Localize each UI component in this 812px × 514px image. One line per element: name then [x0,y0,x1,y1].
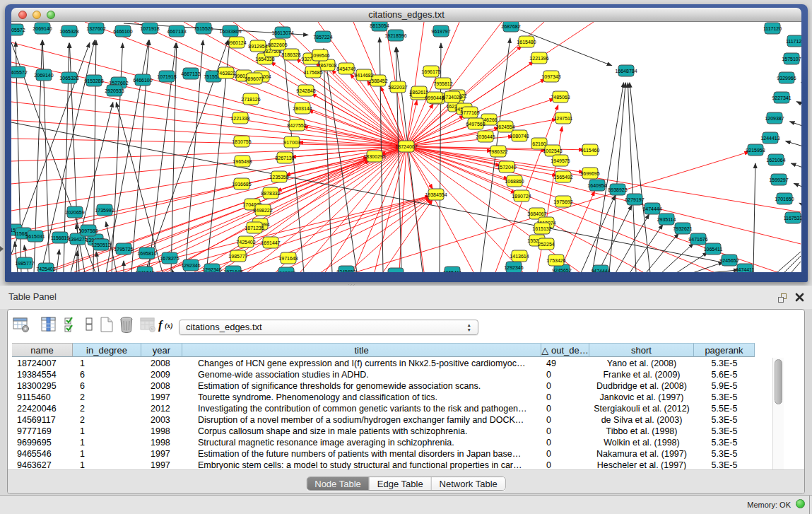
graph-node[interactable]: 1167533 [784,212,801,223]
scrollbar-thumb[interactable] [775,359,782,404]
graph-node[interactable]: 7515526 [194,23,213,34]
graph-node[interactable]: 9619797 [431,25,450,37]
graph-node[interactable]: 2036445 [476,131,495,142]
graph-node[interactable]: 9227341 [772,92,791,103]
graph-node[interactable]: 8427552 [287,119,306,131]
graph-node[interactable]: 917003 [283,136,300,148]
network-canvas[interactable]: 5405572206914010653281327602646610010719… [11,22,801,272]
graph-node[interactable]: 9474444 [591,265,610,272]
graph-node[interactable]: 1735992 [95,204,114,216]
graph-node[interactable]: 8938923 [608,184,627,195]
graph-node[interactable]: 5405572 [11,66,28,78]
graph-node[interactable]: 9960124 [227,37,246,48]
graph-node[interactable]: 6466100 [133,74,152,86]
graph-node[interactable]: 1156819 [51,232,70,243]
column-header-name[interactable]: name [12,343,73,357]
table-selector-combo[interactable]: citations_edges.txt ▲▼ [179,320,478,335]
graph-node[interactable]: 9896077 [245,73,264,84]
graph-node[interactable]: 1971648 [278,252,298,264]
graph-node[interactable]: 1071918 [140,23,159,34]
graph-node[interactable]: 6279197 [625,194,644,205]
graph-node[interactable]: 8878332 [261,187,280,199]
graph-node[interactable]: 9414682 [354,69,373,81]
graph-node[interactable]: 1701650 [775,193,794,204]
collapse-arrow-icon[interactable] [0,246,4,252]
graph-node[interactable]: 1413614 [510,250,529,262]
graph-node[interactable]: 2687682 [501,22,520,32]
graph-node[interactable]: 1572040 [497,161,516,173]
graph-node[interactable]: 9474444 [642,203,661,214]
graph-node[interactable]: 1621064 [766,154,785,165]
tab-node-table[interactable]: Node Table [307,477,370,490]
function-builder-button[interactable]: f (x) [157,315,181,335]
graph-node[interactable]: 1244413 [760,132,779,144]
graph-node[interactable]: 2803144 [293,103,312,114]
graph-node[interactable]: 6497568 [466,118,485,129]
column-header-year[interactable]: year [141,343,182,357]
graph-node[interactable]: 16033809 [219,25,241,37]
close-panel-icon[interactable] [794,292,805,303]
graph-node[interactable]: 1871235 [245,222,264,233]
graph-node[interactable]: 1071918 [157,71,176,82]
graph-node[interactable]: 8454749 [336,63,355,74]
graph-node[interactable]: 1575107 [782,53,801,64]
graph-node[interactable]: 8267130 [275,152,294,163]
graph-node[interactable]: 1691447 [261,237,280,248]
graph-node[interactable]: 8471676 [386,268,405,272]
graph-node[interactable]: 1117120 [786,35,801,47]
graph-node[interactable]: 1097343 [541,71,560,82]
graph-node[interactable]: 9245652 [719,255,739,266]
graph-node[interactable]: 3097588 [78,225,98,236]
column-header-pagerank[interactable]: pagerank [694,343,755,357]
graph-node[interactable]: 18300295 [363,151,385,162]
column-header-short[interactable]: short [589,343,694,357]
graph-node[interactable]: 1592875 [276,267,295,272]
column-header-out_de[interactable]: △ out_de… [541,343,589,357]
graph-node[interactable]: 16648784 [615,65,637,76]
graph-node[interactable]: 1235358 [269,171,288,182]
graph-node[interactable]: 7932621 [673,223,692,234]
rows-button[interactable] [80,315,100,335]
graph-node[interactable]: 1221396 [529,52,548,64]
graph-node[interactable]: 7425402 [236,236,255,247]
graph-node[interactable]: 19384554 [425,189,447,200]
graph-node[interactable]: 9153288 [84,75,103,86]
graph-node[interactable]: 1099546 [310,49,329,61]
graph-node[interactable]: 1890724 [512,190,531,201]
graph-node[interactable]: 7485063 [551,91,570,103]
graph-node[interactable]: 1599297 [769,174,788,185]
graph-node[interactable]: 1292346 [181,259,200,271]
graph-node[interactable]: 8912954 [248,40,267,52]
graph-node[interactable]: 1695810 [137,247,156,259]
column-header-title[interactable]: title [182,343,541,357]
column-header-in_degree[interactable]: in_degree [73,343,141,357]
graph-node[interactable]: 1292346 [202,264,221,272]
graph-node[interactable]: 5822037 [388,81,407,93]
graph-node[interactable]: 1068860 [505,175,524,187]
graph-node[interactable]: 7986322 [488,146,507,157]
graph-node[interactable]: 5615031 [25,230,45,242]
graph-node[interactable]: 5822605 [268,39,287,50]
graph-node[interactable]: 2020659 [65,206,84,218]
network-window-titlebar[interactable]: citations_edges.txt [11,8,801,22]
graph-node[interactable]: 1696175 [421,66,440,77]
graph-node[interactable]: 7955812 [433,78,452,89]
graph-node[interactable]: 9242848 [296,85,315,96]
graph-node[interactable]: 2920533 [105,85,124,96]
new-document-button[interactable] [98,315,117,335]
graph-node[interactable]: 8186328 [281,49,300,60]
graph-node[interactable]: 9245652 [336,266,355,272]
graph-node[interactable]: 9474411 [736,264,755,272]
graph-node[interactable]: 2718126 [241,93,260,105]
graph-node[interactable]: 1640954 [587,180,606,191]
tab-network-table[interactable]: Network Table [432,477,505,490]
graph-node[interactable]: 4667133 [181,68,200,79]
graph-node[interactable]: 8498222 [253,204,272,216]
graph-node[interactable]: 7463822 [216,67,235,78]
graph-node[interactable]: 6734028 [442,91,461,103]
table-options-button[interactable] [12,315,32,335]
graph-node[interactable]: 1678275 [160,252,179,264]
graph-node[interactable]: 18613074 [271,27,293,38]
tab-edge-table[interactable]: Edge Table [370,477,432,490]
graph-node[interactable]: 1117120 [763,23,782,34]
